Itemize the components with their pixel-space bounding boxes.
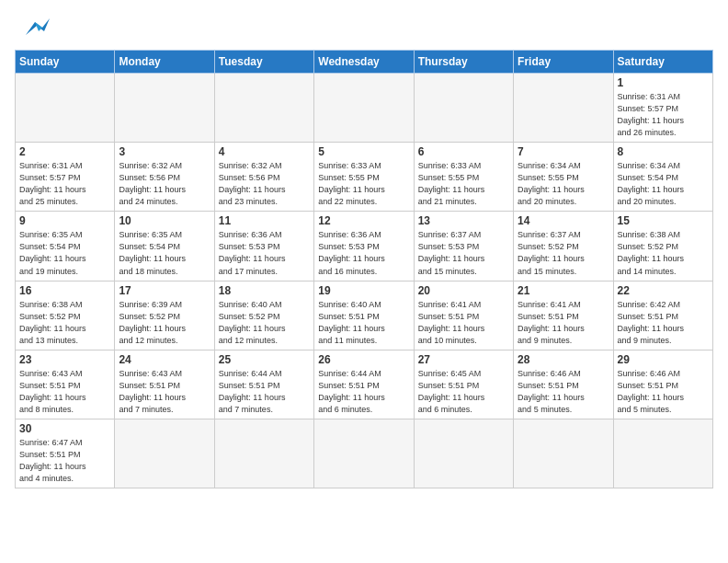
calendar-cell: 14Sunrise: 6:37 AMSunset: 5:52 PMDayligh… <box>514 212 613 281</box>
day-info: Sunrise: 6:46 AMSunset: 5:51 PMDaylight:… <box>618 368 709 416</box>
calendar-cell: 7Sunrise: 6:34 AMSunset: 5:55 PMDaylight… <box>514 143 613 212</box>
calendar-cell: 23Sunrise: 6:43 AMSunset: 5:51 PMDayligh… <box>16 350 115 419</box>
day-number: 7 <box>518 145 609 158</box>
day-info: Sunrise: 6:44 AMSunset: 5:51 PMDaylight:… <box>318 368 409 416</box>
week-row-4: 16Sunrise: 6:38 AMSunset: 5:52 PMDayligh… <box>16 281 713 350</box>
header <box>15 15 713 40</box>
calendar-cell: 29Sunrise: 6:46 AMSunset: 5:51 PMDayligh… <box>613 350 712 419</box>
day-number: 28 <box>518 353 609 366</box>
calendar-cell <box>514 419 613 488</box>
day-number: 9 <box>19 214 110 227</box>
day-info: Sunrise: 6:36 AMSunset: 5:53 PMDaylight:… <box>219 229 310 277</box>
day-number: 4 <box>219 145 310 158</box>
calendar-cell: 28Sunrise: 6:46 AMSunset: 5:51 PMDayligh… <box>514 350 613 419</box>
calendar-cell: 24Sunrise: 6:43 AMSunset: 5:51 PMDayligh… <box>115 350 214 419</box>
calendar-cell: 5Sunrise: 6:33 AMSunset: 5:55 PMDaylight… <box>314 143 414 212</box>
calendar-cell: 4Sunrise: 6:32 AMSunset: 5:56 PMDaylight… <box>214 143 313 212</box>
day-number: 12 <box>318 214 409 227</box>
logo-bird-icon <box>17 15 51 40</box>
calendar-cell: 19Sunrise: 6:40 AMSunset: 5:51 PMDayligh… <box>314 281 414 350</box>
calendar-cell: 12Sunrise: 6:36 AMSunset: 5:53 PMDayligh… <box>314 212 414 281</box>
calendar-cell: 3Sunrise: 6:32 AMSunset: 5:56 PMDaylight… <box>115 143 214 212</box>
weekday-header-sunday: Sunday <box>16 51 115 74</box>
day-info: Sunrise: 6:33 AMSunset: 5:55 PMDaylight:… <box>318 160 409 208</box>
day-number: 1 <box>618 76 709 89</box>
week-row-3: 9Sunrise: 6:35 AMSunset: 5:54 PMDaylight… <box>16 212 713 281</box>
calendar-cell: 13Sunrise: 6:37 AMSunset: 5:53 PMDayligh… <box>414 212 513 281</box>
calendar-cell <box>214 74 313 143</box>
day-info: Sunrise: 6:39 AMSunset: 5:52 PMDaylight:… <box>119 299 210 347</box>
calendar-cell <box>514 74 613 143</box>
day-number: 17 <box>119 284 210 297</box>
day-info: Sunrise: 6:37 AMSunset: 5:53 PMDaylight:… <box>418 229 509 277</box>
day-number: 19 <box>318 284 409 297</box>
calendar-cell: 26Sunrise: 6:44 AMSunset: 5:51 PMDayligh… <box>314 350 414 419</box>
day-number: 6 <box>418 145 509 158</box>
day-info: Sunrise: 6:31 AMSunset: 5:57 PMDaylight:… <box>618 91 709 139</box>
day-number: 16 <box>19 284 110 297</box>
day-info: Sunrise: 6:46 AMSunset: 5:51 PMDaylight:… <box>518 368 609 416</box>
calendar-cell <box>314 419 414 488</box>
calendar-cell: 1Sunrise: 6:31 AMSunset: 5:57 PMDaylight… <box>613 74 712 143</box>
calendar-cell <box>16 74 115 143</box>
day-info: Sunrise: 6:31 AMSunset: 5:57 PMDaylight:… <box>19 160 110 208</box>
weekday-header-tuesday: Tuesday <box>214 51 313 74</box>
calendar-cell: 11Sunrise: 6:36 AMSunset: 5:53 PMDayligh… <box>214 212 313 281</box>
day-number: 18 <box>219 284 310 297</box>
day-info: Sunrise: 6:35 AMSunset: 5:54 PMDaylight:… <box>19 229 110 277</box>
calendar-cell <box>115 419 214 488</box>
day-number: 27 <box>418 353 509 366</box>
day-info: Sunrise: 6:34 AMSunset: 5:54 PMDaylight:… <box>618 160 709 208</box>
calendar-cell: 17Sunrise: 6:39 AMSunset: 5:52 PMDayligh… <box>115 281 214 350</box>
day-info: Sunrise: 6:34 AMSunset: 5:55 PMDaylight:… <box>518 160 609 208</box>
day-info: Sunrise: 6:45 AMSunset: 5:51 PMDaylight:… <box>418 368 509 416</box>
day-info: Sunrise: 6:43 AMSunset: 5:51 PMDaylight:… <box>19 368 110 416</box>
day-info: Sunrise: 6:32 AMSunset: 5:56 PMDaylight:… <box>119 160 210 208</box>
day-info: Sunrise: 6:38 AMSunset: 5:52 PMDaylight:… <box>19 299 110 347</box>
day-number: 26 <box>318 353 409 366</box>
day-info: Sunrise: 6:40 AMSunset: 5:52 PMDaylight:… <box>219 299 310 347</box>
calendar-cell: 21Sunrise: 6:41 AMSunset: 5:51 PMDayligh… <box>514 281 613 350</box>
calendar-table: SundayMondayTuesdayWednesdayThursdayFrid… <box>15 50 713 488</box>
day-info: Sunrise: 6:38 AMSunset: 5:52 PMDaylight:… <box>618 229 709 277</box>
day-number: 11 <box>219 214 310 227</box>
calendar-cell: 16Sunrise: 6:38 AMSunset: 5:52 PMDayligh… <box>16 281 115 350</box>
week-row-5: 23Sunrise: 6:43 AMSunset: 5:51 PMDayligh… <box>16 350 713 419</box>
day-info: Sunrise: 6:35 AMSunset: 5:54 PMDaylight:… <box>119 229 210 277</box>
logo <box>15 15 51 40</box>
calendar-cell: 22Sunrise: 6:42 AMSunset: 5:51 PMDayligh… <box>613 281 712 350</box>
day-info: Sunrise: 6:40 AMSunset: 5:51 PMDaylight:… <box>318 299 409 347</box>
calendar-cell: 18Sunrise: 6:40 AMSunset: 5:52 PMDayligh… <box>214 281 313 350</box>
week-row-2: 2Sunrise: 6:31 AMSunset: 5:57 PMDaylight… <box>16 143 713 212</box>
day-info: Sunrise: 6:32 AMSunset: 5:56 PMDaylight:… <box>219 160 310 208</box>
day-info: Sunrise: 6:44 AMSunset: 5:51 PMDaylight:… <box>219 368 310 416</box>
calendar-header: SundayMondayTuesdayWednesdayThursdayFrid… <box>16 51 713 74</box>
day-number: 29 <box>618 353 709 366</box>
day-number: 22 <box>618 284 709 297</box>
day-number: 24 <box>119 353 210 366</box>
calendar-cell <box>314 74 414 143</box>
day-info: Sunrise: 6:47 AMSunset: 5:51 PMDaylight:… <box>19 437 110 485</box>
day-number: 30 <box>19 422 110 435</box>
calendar-cell: 27Sunrise: 6:45 AMSunset: 5:51 PMDayligh… <box>414 350 513 419</box>
day-number: 20 <box>418 284 509 297</box>
calendar-cell: 8Sunrise: 6:34 AMSunset: 5:54 PMDaylight… <box>613 143 712 212</box>
day-number: 5 <box>318 145 409 158</box>
weekday-header-thursday: Thursday <box>414 51 513 74</box>
calendar-cell: 2Sunrise: 6:31 AMSunset: 5:57 PMDaylight… <box>16 143 115 212</box>
day-number: 2 <box>19 145 110 158</box>
calendar-cell <box>414 419 513 488</box>
day-info: Sunrise: 6:36 AMSunset: 5:53 PMDaylight:… <box>318 229 409 277</box>
day-number: 13 <box>418 214 509 227</box>
week-row-6: 30Sunrise: 6:47 AMSunset: 5:51 PMDayligh… <box>16 419 713 488</box>
calendar-cell: 10Sunrise: 6:35 AMSunset: 5:54 PMDayligh… <box>115 212 214 281</box>
calendar-cell: 15Sunrise: 6:38 AMSunset: 5:52 PMDayligh… <box>613 212 712 281</box>
day-number: 25 <box>219 353 310 366</box>
day-number: 14 <box>518 214 609 227</box>
day-number: 8 <box>618 145 709 158</box>
calendar-cell <box>115 74 214 143</box>
calendar-cell: 30Sunrise: 6:47 AMSunset: 5:51 PMDayligh… <box>16 419 115 488</box>
day-number: 23 <box>19 353 110 366</box>
weekday-header-friday: Friday <box>514 51 613 74</box>
calendar-cell: 9Sunrise: 6:35 AMSunset: 5:54 PMDaylight… <box>16 212 115 281</box>
